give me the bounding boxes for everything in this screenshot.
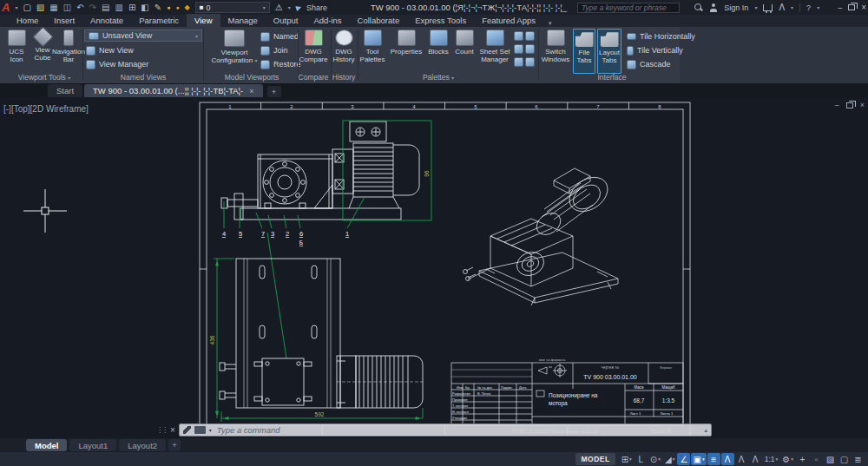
view-manager-button[interactable]: View Manager bbox=[86, 58, 148, 70]
lineweight-icon[interactable]: ≡ bbox=[707, 453, 720, 465]
warning-icon[interactable]: ⚠ bbox=[275, 0, 283, 15]
tab-layout1[interactable]: Layout1 bbox=[69, 439, 116, 451]
palette-extra-row-1[interactable] bbox=[514, 30, 535, 42]
command-recent-icon[interactable] bbox=[194, 426, 206, 434]
help-caret-icon[interactable]: ▾ bbox=[817, 4, 819, 10]
annotation-monitor-icon[interactable]: + bbox=[796, 453, 809, 465]
isodraft-icon[interactable]: ◢▾ bbox=[663, 453, 676, 465]
tab-layout2[interactable]: Layout2 bbox=[119, 439, 166, 451]
file-tab-start[interactable]: Start bbox=[48, 84, 82, 97]
close-button[interactable]: × bbox=[861, 3, 866, 12]
new-layout-button[interactable]: + bbox=[168, 439, 181, 451]
ucs-icon-button[interactable]: UCS Icon bbox=[2, 29, 31, 72]
isolate-objects-icon[interactable]: ▫ bbox=[810, 453, 823, 465]
doc-close-button[interactable]: × bbox=[860, 101, 865, 109]
palette-extra-row-2[interactable] bbox=[514, 43, 535, 55]
minimize-button[interactable]: – bbox=[838, 3, 842, 12]
store-cart-icon[interactable] bbox=[763, 4, 773, 11]
qat-caret-icon[interactable]: ▾ bbox=[288, 4, 291, 10]
sign-in-button[interactable]: Sign In bbox=[724, 3, 748, 12]
customize-wrench-icon[interactable] bbox=[183, 426, 191, 434]
count-button[interactable]: Count bbox=[452, 29, 477, 72]
layer-freeze-icon[interactable]: ● bbox=[175, 0, 179, 15]
dwg-compare-button[interactable]: DWG Compare bbox=[299, 29, 328, 72]
command-drag-handle[interactable]: ⋮⋮ bbox=[156, 426, 167, 434]
ortho-icon[interactable]: L bbox=[635, 453, 648, 465]
object-snap-tracking-icon[interactable]: ∠ bbox=[677, 453, 690, 465]
restore-viewports-button[interactable]: Restore bbox=[260, 58, 301, 70]
tab-parametric[interactable]: Parametric bbox=[131, 14, 187, 27]
viewport-configuration-button[interactable]: Viewport Configuration ▾ bbox=[210, 29, 259, 72]
plot-preview-icon[interactable]: ▥ bbox=[115, 0, 122, 15]
tab-featured-apps[interactable]: Featured Apps bbox=[474, 14, 543, 27]
palette-extra-row-3[interactable] bbox=[514, 56, 535, 68]
layer-dropdown[interactable]: ■ 0 ▾ bbox=[195, 2, 270, 13]
workspace-gear-icon[interactable]: ⚙▾ bbox=[780, 453, 795, 465]
user-icon[interactable] bbox=[709, 3, 718, 12]
layer-lock-icon[interactable]: ◆ bbox=[185, 0, 190, 15]
command-history-up-icon[interactable]: ▴ bbox=[704, 427, 707, 434]
apps-caret-icon[interactable]: ▾ bbox=[791, 4, 793, 10]
save-icon[interactable]: ▦ bbox=[49, 0, 57, 15]
app-logo-icon[interactable]: A bbox=[2, 1, 10, 14]
tab-model[interactable]: Model bbox=[26, 439, 67, 451]
command-bar[interactable]: ▾ ▴ bbox=[179, 423, 712, 436]
tab-collaborate[interactable]: Collaborate bbox=[350, 14, 408, 27]
redo-icon[interactable]: ↷ bbox=[89, 0, 96, 15]
file-tabs-button[interactable]: File Tabs bbox=[573, 29, 595, 74]
annotation-visibility-icon[interactable]: Ʌ bbox=[721, 453, 734, 465]
sheet-set-manager-button[interactable]: Sheet Set Manager bbox=[477, 29, 513, 72]
panel-named-views[interactable]: Named Views bbox=[95, 72, 191, 83]
share-button[interactable]: Share bbox=[306, 3, 327, 12]
search-icon[interactable] bbox=[694, 3, 703, 12]
autoscale-icon[interactable]: Ʌ bbox=[735, 453, 748, 465]
customization-menu-icon[interactable]: ≣ bbox=[852, 453, 865, 465]
ribbon-collapse-icon[interactable]: ▾ bbox=[549, 20, 552, 27]
tab-annotate[interactable]: Annotate bbox=[82, 14, 131, 27]
object-snap-icon[interactable]: ▣▾ bbox=[691, 453, 706, 465]
command-input[interactable] bbox=[215, 424, 701, 436]
panel-model-viewports[interactable]: Model Viewports bbox=[207, 72, 297, 83]
sign-in-caret-icon[interactable]: ▾ bbox=[754, 4, 757, 10]
doc-restore-button[interactable] bbox=[846, 102, 853, 108]
help-icon[interactable]: ? bbox=[806, 3, 811, 12]
join-viewports-button[interactable]: Join bbox=[260, 44, 288, 56]
panel-interface[interactable]: Interface bbox=[564, 72, 660, 83]
tab-output[interactable]: Output bbox=[266, 14, 306, 27]
undo-icon[interactable]: ↶ bbox=[76, 0, 83, 15]
new-view-button[interactable]: New View bbox=[86, 44, 134, 56]
graphics-performance-icon[interactable]: ▨ bbox=[824, 453, 837, 465]
panel-palettes[interactable]: Palettes ▾ bbox=[395, 72, 482, 83]
tile-vertically-button[interactable]: Tile Vertically bbox=[627, 44, 683, 56]
tab-express-tools[interactable]: Express Tools bbox=[407, 14, 474, 27]
clean-screen-icon[interactable]: ▢ bbox=[838, 453, 851, 465]
panel-viewport-tools[interactable]: Viewport Tools ▾ bbox=[7, 72, 82, 83]
plot-icon[interactable]: ▤ bbox=[102, 0, 109, 15]
tab-view[interactable]: View bbox=[187, 14, 220, 27]
app-menu-caret-icon[interactable]: ▾ bbox=[15, 4, 17, 10]
open-icon[interactable]: ▧ bbox=[36, 0, 44, 15]
restore-button[interactable] bbox=[848, 4, 855, 10]
command-close-icon[interactable]: × bbox=[170, 425, 175, 435]
tab-insert[interactable]: Insert bbox=[46, 14, 82, 27]
doc-minimize-button[interactable]: – bbox=[835, 101, 839, 109]
new-icon[interactable]: ▢ bbox=[23, 0, 30, 15]
layout-tabs-button[interactable]: Layout Tabs bbox=[597, 29, 621, 74]
blocks-button[interactable]: Blocks bbox=[424, 29, 452, 72]
viewport-controls[interactable]: [-][Top][2D Wireframe] bbox=[3, 104, 89, 114]
view-dropdown[interactable]: Unsaved View ▾ bbox=[84, 30, 202, 42]
command-caret-icon[interactable]: ▾ bbox=[209, 427, 212, 433]
drawing-canvas[interactable]: [-][Top][2D Wireframe] – × 1 2 3 bbox=[0, 97, 868, 438]
layer-on-icon[interactable]: ● bbox=[167, 0, 170, 15]
file-tab-document[interactable]: TW 900 - 03.00.01.00 (...¦¦ ¦-¦- ¦-¦-TB¦… bbox=[84, 84, 262, 97]
workspace-icon[interactable]: ◧ bbox=[141, 0, 148, 15]
edit-block-icon[interactable]: ✎ bbox=[155, 0, 161, 15]
model-space-button[interactable]: MODEL bbox=[575, 453, 615, 465]
properties-button[interactable]: Properties bbox=[386, 29, 426, 72]
autodesk-logo-icon[interactable]: Λ bbox=[779, 3, 785, 12]
tool-palettes-button[interactable]: Tool Palettes bbox=[358, 29, 386, 72]
new-drawing-tab-button[interactable]: + bbox=[267, 86, 281, 97]
annotation-scale-value[interactable]: 1:1▾ bbox=[763, 453, 780, 465]
tab-home[interactable]: Home bbox=[9, 14, 46, 27]
polar-tracking-icon[interactable]: ⊙▾ bbox=[648, 453, 662, 465]
